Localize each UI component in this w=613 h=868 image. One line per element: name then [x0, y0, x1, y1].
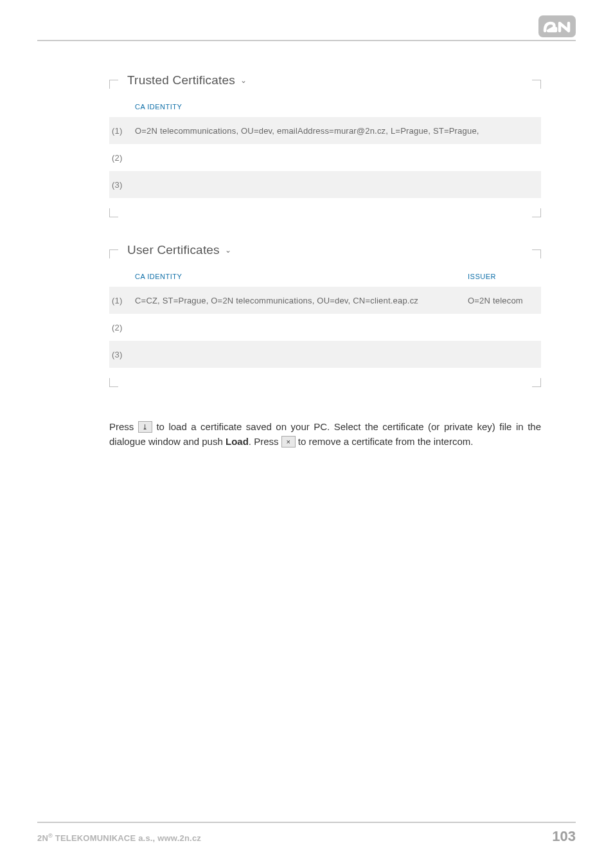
row-index: (1) [112, 126, 135, 136]
panel-corner [532, 208, 541, 217]
row-identity: O=2N telecommunications, OU=dev, emailAd… [135, 126, 538, 136]
user-certificates-panel: User Certificates ⌄ CA IDENTITY ISSUER (… [109, 249, 541, 387]
panel-corner [109, 249, 118, 258]
page-content: Trusted Certificates ⌄ CA IDENTITY (1) O… [109, 80, 541, 449]
instr-segment: to remove a certificate from the interco… [298, 436, 474, 447]
table-row: (2) [109, 314, 541, 341]
registered-mark: ® [48, 833, 53, 839]
col-header-ca-identity: CA IDENTITY [135, 273, 468, 280]
chevron-down-icon: ⌄ [240, 76, 247, 85]
trusted-panel-title[interactable]: Trusted Certificates ⌄ [127, 73, 247, 87]
panel-corner [532, 249, 541, 258]
table-row: (2) [109, 144, 541, 171]
panel-corner [109, 80, 118, 89]
table-header: CA IDENTITY [109, 89, 541, 117]
row-index: (1) [112, 296, 135, 305]
page-footer: 2N® TELEKOMUNIKACE a.s., www.2n.cz 103 [37, 822, 576, 845]
row-index: (3) [112, 180, 135, 190]
panel-title-text: User Certificates [127, 243, 220, 257]
row-index: (3) [112, 350, 135, 359]
panel-corner [109, 378, 118, 387]
chevron-down-icon: ⌄ [225, 246, 231, 255]
row-index: (2) [112, 323, 135, 332]
footer-company-rest: TELEKOMUNIKACE a.s., www.2n.cz [53, 833, 201, 843]
row-issuer: O=2N telecom [468, 296, 523, 305]
load-label: Load [226, 436, 249, 447]
page-number: 103 [552, 828, 576, 845]
brand-logo [538, 15, 576, 37]
table-row: (3) [109, 171, 541, 198]
user-panel-title[interactable]: User Certificates ⌄ [127, 243, 231, 257]
footer-company: 2N® TELEKOMUNIKACE a.s., www.2n.cz [37, 833, 201, 843]
row-index: (2) [112, 153, 135, 163]
col-header-issuer: ISSUER [468, 273, 538, 280]
trusted-certificates-panel: Trusted Certificates ⌄ CA IDENTITY (1) O… [109, 80, 541, 217]
instr-segment: Press [109, 421, 138, 432]
instructions-text: Press ⤓ to load a certificate saved on y… [109, 419, 541, 449]
load-icon[interactable]: ⤓ [138, 421, 152, 433]
col-header-ca-identity: CA IDENTITY [135, 103, 538, 111]
panel-corner [532, 378, 541, 387]
table-row: (3) [109, 341, 541, 368]
panel-title-text: Trusted Certificates [127, 73, 235, 87]
page-header [37, 15, 576, 41]
remove-icon[interactable]: × [281, 436, 296, 448]
table-header: CA IDENTITY ISSUER [109, 258, 541, 287]
footer-brand: 2N [37, 833, 48, 843]
table-row: (1) O=2N telecommunications, OU=dev, ema… [109, 117, 541, 144]
instr-segment: . Press [249, 436, 281, 447]
table-row: (1) C=CZ, ST=Prague, O=2N telecommunicat… [109, 287, 541, 314]
panel-corner [109, 208, 118, 217]
panel-corner [532, 80, 541, 89]
row-identity: C=CZ, ST=Prague, O=2N telecommunications… [135, 296, 468, 305]
